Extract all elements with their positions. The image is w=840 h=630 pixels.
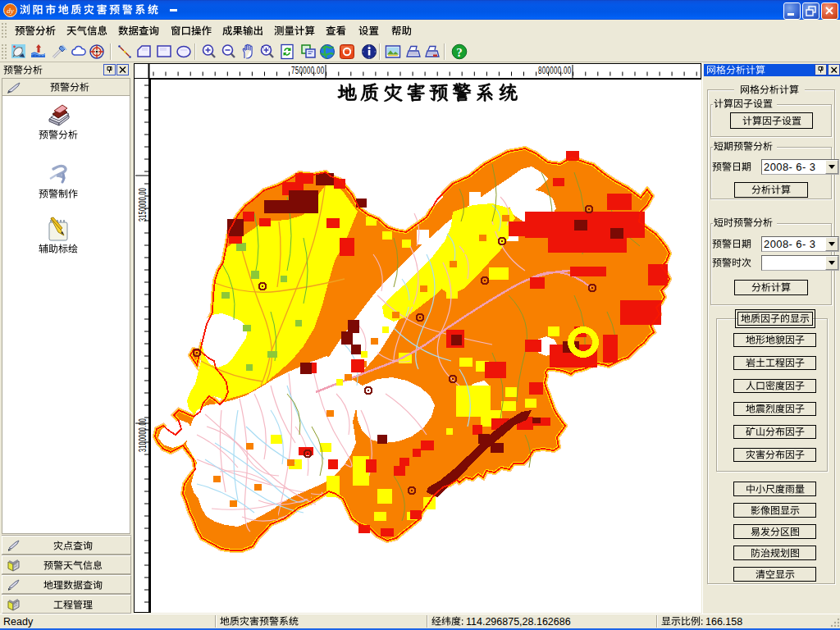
svg-text:?: ?	[456, 46, 463, 59]
svg-text:dy: dy	[7, 7, 14, 15]
